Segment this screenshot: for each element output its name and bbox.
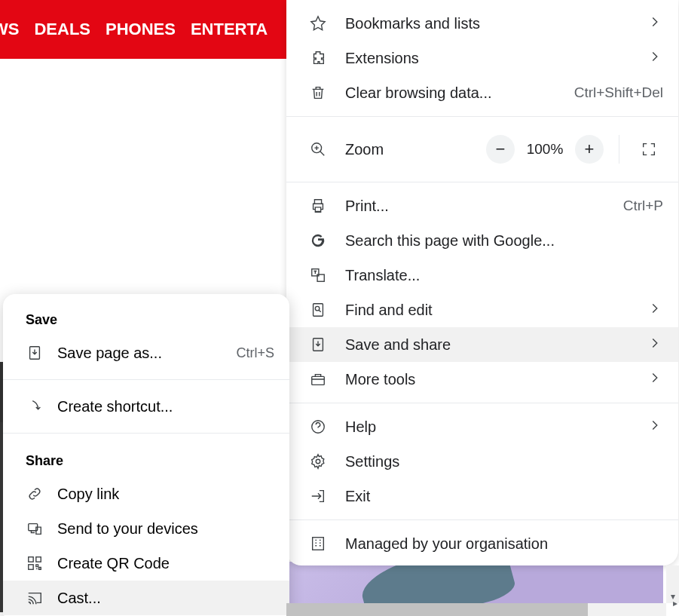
chevron-right-icon [647, 300, 663, 320]
menu-label: Translate... [345, 267, 663, 284]
menu-translate[interactable]: Translate... [286, 258, 678, 293]
save-page-icon [26, 344, 44, 362]
menu-label: Print... [345, 198, 623, 215]
nav-item-deals[interactable]: DEALS [34, 20, 90, 39]
menu-bookmarks[interactable]: Bookmarks and lists [286, 6, 678, 41]
menu-divider [286, 116, 678, 117]
help-icon [309, 418, 327, 436]
section-title-save: Save [3, 302, 289, 336]
svg-rect-6 [312, 376, 325, 385]
menu-managed-org[interactable]: Managed by your organisation [286, 526, 678, 561]
submenu-send-devices[interactable]: Send to your devices [3, 511, 289, 546]
google-icon [309, 231, 327, 250]
save-share-icon [309, 336, 327, 354]
zoom-label: Zoom [345, 141, 486, 158]
fullscreen-icon [641, 141, 657, 158]
submenu-create-shortcut[interactable]: Create shortcut... [3, 389, 289, 424]
chevron-right-icon [647, 417, 663, 437]
menu-settings[interactable]: Settings [286, 444, 678, 479]
devices-icon [26, 519, 44, 538]
section-title-share: Share [3, 443, 289, 477]
svg-point-8 [316, 459, 320, 464]
svg-rect-13 [36, 557, 41, 562]
menu-label: Bookmarks and lists [345, 15, 639, 32]
toolbox-icon [309, 370, 327, 388]
link-icon [26, 485, 44, 503]
submenu-save-page-as[interactable]: Save page as... Ctrl+S [3, 336, 289, 370]
menu-label: Help [345, 418, 639, 436]
zoom-divider [619, 135, 619, 164]
chevron-right-icon [647, 48, 663, 69]
nav-item-entertainment[interactable]: ENTERTA [191, 20, 268, 39]
menu-label: Exit [345, 488, 663, 505]
menu-save-share[interactable]: Save and share [286, 327, 678, 362]
menu-label: Search this page with Google... [345, 232, 663, 250]
save-share-submenu: Save Save page as... Ctrl+S Create short… [3, 294, 289, 616]
shortcut-icon [26, 397, 44, 415]
menu-more-tools[interactable]: More tools [286, 362, 678, 397]
horizontal-scrollbar[interactable] [286, 603, 666, 616]
submenu-cast[interactable]: Cast... [3, 581, 289, 615]
popup-divider [3, 379, 289, 380]
menu-exit[interactable]: Exit [286, 479, 678, 513]
submenu-label: Copy link [57, 486, 274, 503]
submenu-label: Send to your devices [57, 520, 274, 538]
svg-rect-12 [29, 557, 33, 562]
menu-label: Save and share [345, 336, 639, 354]
menu-label: Find and edit [345, 302, 639, 319]
extension-icon [309, 49, 327, 67]
popup-divider [3, 433, 289, 434]
menu-label: Extensions [345, 50, 639, 67]
menu-print[interactable]: Print... Ctrl+P [286, 188, 678, 223]
submenu-create-qr[interactable]: Create QR Code [3, 546, 289, 581]
svg-rect-14 [29, 565, 33, 569]
print-icon [309, 197, 327, 215]
exit-icon [309, 487, 327, 505]
zoom-out-button[interactable]: − [486, 135, 515, 164]
menu-zoom-row: Zoom − 100% + [286, 123, 678, 176]
menu-shortcut: Ctrl+P [623, 198, 663, 214]
star-icon [309, 14, 327, 32]
submenu-copy-link[interactable]: Copy link [3, 477, 289, 511]
menu-label: Settings [345, 453, 663, 470]
site-nav-bar: WS DEALS PHONES ENTERTA [0, 0, 286, 59]
menu-label: Managed by your organisation [345, 535, 663, 553]
zoom-icon [309, 140, 327, 158]
gear-icon [309, 452, 327, 470]
find-icon [309, 301, 327, 319]
nav-item-news[interactable]: WS [0, 20, 19, 39]
menu-find-edit[interactable]: Find and edit [286, 293, 678, 327]
menu-search-google[interactable]: Search this page with Google... [286, 223, 678, 258]
submenu-label: Cast... [57, 590, 274, 607]
menu-extensions[interactable]: Extensions [286, 41, 678, 75]
menu-divider [286, 182, 678, 182]
building-icon [309, 535, 327, 553]
nav-item-phones[interactable]: PHONES [106, 20, 176, 39]
menu-label: More tools [345, 371, 639, 388]
cast-icon [26, 589, 44, 607]
svg-rect-3 [314, 304, 323, 317]
menu-clear-browsing-data[interactable]: Clear browsing data... Ctrl+Shift+Del [286, 75, 678, 110]
chrome-main-menu: Bookmarks and lists Extensions Clear bro… [286, 0, 678, 565]
chevron-right-icon [647, 335, 663, 355]
submenu-label: Save page as... [57, 345, 236, 362]
menu-divider [286, 403, 678, 403]
submenu-label: Create shortcut... [57, 398, 274, 415]
trash-icon [309, 84, 327, 102]
zoom-value: 100% [524, 141, 566, 158]
scroll-thumb[interactable] [286, 603, 588, 616]
menu-label: Clear browsing data... [345, 84, 574, 102]
qr-code-icon [26, 554, 44, 572]
menu-help[interactable]: Help [286, 409, 678, 444]
menu-divider [286, 519, 678, 520]
chevron-right-icon [647, 369, 663, 390]
menu-shortcut: Ctrl+Shift+Del [574, 84, 663, 101]
fullscreen-button[interactable] [635, 135, 663, 164]
submenu-label: Create QR Code [57, 555, 274, 572]
zoom-in-button[interactable]: + [575, 135, 604, 164]
scroll-right-arrow-icon[interactable]: ▸ [673, 598, 677, 608]
submenu-shortcut: Ctrl+S [236, 345, 274, 361]
translate-icon [309, 266, 327, 284]
svg-rect-9 [313, 538, 324, 550]
chevron-right-icon [647, 14, 663, 34]
